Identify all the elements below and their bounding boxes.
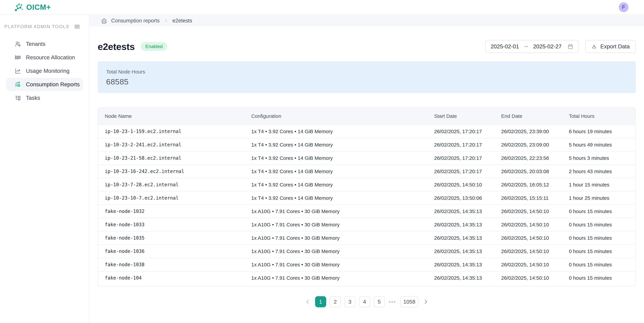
tasks-tree-icon xyxy=(14,95,21,101)
page-button-5[interactable]: 5 xyxy=(374,296,385,307)
cell-start-date: 26/02/2025, 14:35:13 xyxy=(434,275,501,281)
date-range-end: 2025-02-27 xyxy=(533,43,562,50)
table-row: fake-node-1032 1x A10G • 7.91 Cores • 30… xyxy=(98,204,636,218)
svg-text:$: $ xyxy=(18,84,19,87)
column-header-start-date: Start Date xyxy=(434,113,501,119)
cell-configuration: 1x T4 • 3.92 Cores • 14 GiB Memory xyxy=(251,195,434,201)
chart-line-icon xyxy=(14,68,21,74)
cell-end-date: 26/02/2025, 23:39:00 xyxy=(501,129,569,134)
table-row: ip-10-23-7-28.ec2.internal 1x T4 • 3.92 … xyxy=(98,178,636,191)
cell-configuration: 1x A10G • 7.91 Cores • 30 GiB Memory xyxy=(251,222,434,228)
cell-start-date: 26/02/2025, 14:35:13 xyxy=(434,248,501,254)
app-window: OICM+ F PLATFORM ADMIN TOOLS xyxy=(0,0,644,323)
cell-node-name: fake-node-1036 xyxy=(105,248,251,254)
cell-configuration: 1x A10G • 7.91 Cores • 30 GiB Memory xyxy=(251,208,434,214)
cell-end-date: 26/02/2025, 16:05:12 xyxy=(501,182,569,188)
table-row: ip-10-23-1-159.ec2.internal 1x T4 • 3.92… xyxy=(98,125,636,138)
table-row: ip-10-23-10-7.ec2.internal 1x T4 • 3.92 … xyxy=(98,191,636,204)
column-header-total-hours: Total Hours xyxy=(569,113,629,119)
sidebar-item-usage-monitoring[interactable]: Usage Monitoring xyxy=(6,64,83,78)
sidebar-item-consumption-reports[interactable]: $ Consumption Reports xyxy=(6,78,83,91)
cell-end-date: 26/02/2025, 14:50:10 xyxy=(501,248,569,254)
tenants-users-icon xyxy=(14,41,21,47)
export-data-button[interactable]: Export Data xyxy=(585,40,636,53)
cell-end-date: 26/02/2025, 14:50:10 xyxy=(501,262,569,267)
chevron-left-icon xyxy=(304,298,312,306)
arrow-right-icon xyxy=(524,44,529,49)
cell-start-date: 26/02/2025, 17:20:17 xyxy=(434,155,501,161)
logo-text: OICM+ xyxy=(26,3,51,12)
cell-node-name: fake-node-1038 xyxy=(105,262,251,267)
table-row: fake-node-104 1x A10G • 7.91 Cores • 30 … xyxy=(98,271,636,284)
cell-total-hours: 6 hours 19 minutes xyxy=(569,129,629,134)
sidebar-nav: Tenants Resource Allocation xyxy=(0,38,89,105)
cell-start-date: 26/02/2025, 14:35:13 xyxy=(434,235,501,241)
cell-node-name: fake-node-104 xyxy=(105,275,251,281)
cell-start-date: 26/02/2025, 14:35:13 xyxy=(434,208,501,214)
sidebar-item-label: Consumption Reports xyxy=(26,81,80,88)
cell-start-date: 26/02/2025, 13:50:06 xyxy=(434,195,501,201)
table-header-row: Node Name Configuration Start Date End D… xyxy=(98,108,636,125)
column-header-end-date: End Date xyxy=(501,113,569,119)
sidebar-header: PLATFORM ADMIN TOOLS xyxy=(0,23,89,30)
download-icon xyxy=(591,44,597,49)
pagination: 1 2 3 4 5 ••• 1058 xyxy=(98,296,636,307)
sidebar-section-label: PLATFORM ADMIN TOOLS xyxy=(4,24,70,29)
page-button-4[interactable]: 4 xyxy=(359,296,370,307)
sidebar-item-label: Tasks xyxy=(26,95,40,101)
cell-node-name: fake-node-1033 xyxy=(105,222,251,227)
status-badge: Enabled xyxy=(141,42,167,51)
page-button-3[interactable]: 3 xyxy=(344,296,356,307)
breadcrumb-consumption-reports[interactable]: Consumption reports xyxy=(111,18,160,24)
export-label: Export Data xyxy=(600,43,630,50)
page-button-2[interactable]: 2 xyxy=(330,296,341,307)
home-icon[interactable] xyxy=(101,18,107,24)
top-bar: OICM+ F xyxy=(0,0,644,15)
app-logo[interactable]: OICM+ xyxy=(14,2,51,12)
pagination-ellipsis: ••• xyxy=(389,299,396,304)
cell-end-date: 26/02/2025, 22:23:56 xyxy=(501,155,569,161)
sidebar-item-resource-allocation[interactable]: Resource Allocation xyxy=(6,51,83,64)
cell-total-hours: 0 hours 15 minutes xyxy=(569,248,629,254)
summary-value: 68585 xyxy=(106,77,627,86)
main-content: Consumption reports e2etests e2etests En… xyxy=(89,15,644,307)
avatar-initial: F xyxy=(622,4,625,10)
consumption-table: Node Name Configuration Start Date End D… xyxy=(98,107,636,286)
cell-total-hours: 5 hours 49 minutes xyxy=(569,142,629,148)
calendar-icon[interactable] xyxy=(567,44,574,50)
page-button-1[interactable]: 1 xyxy=(315,296,326,307)
cell-end-date: 26/02/2025, 14:50:10 xyxy=(501,235,569,241)
user-avatar[interactable]: F xyxy=(619,2,628,12)
cell-total-hours: 0 hours 15 minutes xyxy=(569,222,629,228)
sidebar-item-label: Tenants xyxy=(26,41,46,47)
date-range-picker[interactable]: 2025-02-01 2025-02-27 xyxy=(485,40,579,53)
sidebar-item-tasks[interactable]: Tasks xyxy=(6,91,83,105)
breadcrumb-current: e2etests xyxy=(172,18,192,24)
column-header-node-name: Node Name xyxy=(105,113,251,119)
cell-total-hours: 1 hour 25 minutes xyxy=(569,195,629,201)
previous-page-button[interactable] xyxy=(304,298,312,306)
table-row: ip-10-23-16-242.ec2.internal 1x T4 • 3.9… xyxy=(98,165,636,178)
cell-end-date: 26/02/2025, 14:50:10 xyxy=(501,208,569,214)
breadcrumb: Consumption reports e2etests xyxy=(89,15,644,26)
table-row: fake-node-1036 1x A10G • 7.91 Cores • 30… xyxy=(98,244,636,258)
next-page-button[interactable] xyxy=(422,298,430,306)
logo-molecule-icon xyxy=(14,2,24,12)
sidebar-item-tenants[interactable]: Tenants xyxy=(6,38,83,51)
cell-configuration: 1x A10G • 7.91 Cores • 30 GiB Memory xyxy=(251,262,434,267)
table-row: ip-10-23-2-241.ec2.internal 1x T4 • 3.92… xyxy=(98,138,636,151)
total-node-hours-card: Total Node Hours 68585 xyxy=(98,61,636,93)
sidebar: PLATFORM ADMIN TOOLS Tenants xyxy=(0,15,89,323)
cell-configuration: 1x A10G • 7.91 Cores • 30 GiB Memory xyxy=(251,248,434,254)
cell-total-hours: 0 hours 15 minutes xyxy=(569,262,629,267)
page-button-last[interactable]: 1058 xyxy=(400,296,418,307)
cell-start-date: 26/02/2025, 17:20:17 xyxy=(434,142,501,148)
cell-total-hours: 5 hours 3 minutes xyxy=(569,155,629,161)
cell-total-hours: 1 hour 15 minutes xyxy=(569,182,629,188)
table-row: fake-node-1038 1x A10G • 7.91 Cores • 30… xyxy=(98,258,636,271)
summary-label: Total Node Hours xyxy=(106,69,627,75)
cell-end-date: 26/02/2025, 15:15:11 xyxy=(501,195,569,201)
sidebar-collapse-button[interactable] xyxy=(74,23,80,30)
cell-node-name: ip-10-23-1-159.ec2.internal xyxy=(105,129,251,134)
cell-node-name: ip-10-23-7-28.ec2.internal xyxy=(105,182,251,187)
